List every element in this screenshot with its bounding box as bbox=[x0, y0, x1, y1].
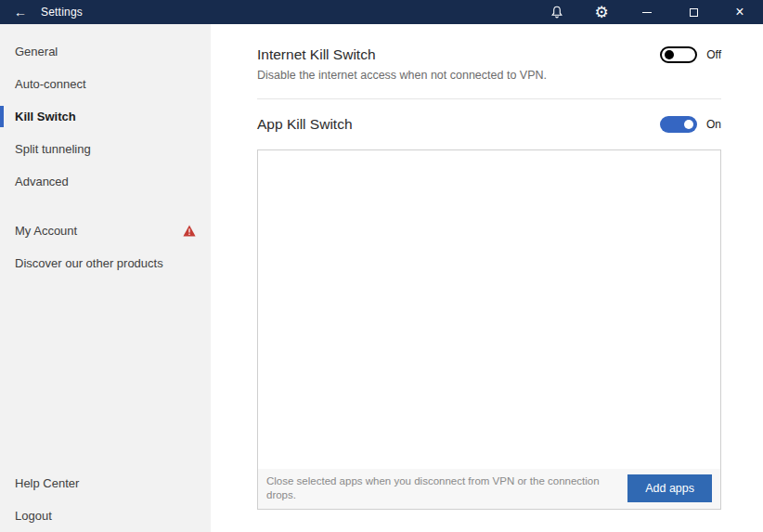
maximize-button[interactable] bbox=[670, 0, 717, 24]
sidebar-item-auto-connect[interactable]: Auto-connect bbox=[0, 68, 211, 100]
internet-kill-switch-toggle-group: Off bbox=[660, 46, 721, 63]
app-list-footer-text: Close selected apps when you disconnect … bbox=[266, 474, 624, 503]
settings-gear-button[interactable]: ⚙ bbox=[579, 0, 624, 24]
internet-kill-switch-row: Internet Kill Switch Off bbox=[257, 46, 721, 63]
app-kill-switch-state-label: On bbox=[706, 118, 721, 131]
internet-kill-switch-title: Internet Kill Switch bbox=[257, 46, 376, 63]
sidebar-spacer bbox=[0, 279, 211, 467]
sidebar-item-kill-switch[interactable]: Kill Switch bbox=[0, 100, 211, 133]
maximize-icon bbox=[690, 8, 698, 17]
minimize-button[interactable] bbox=[624, 0, 670, 24]
internet-kill-switch-state-label: Off bbox=[706, 48, 721, 61]
add-apps-button[interactable]: Add apps bbox=[627, 474, 712, 502]
sidebar-item-label: Discover our other products bbox=[15, 256, 163, 270]
gear-icon: ⚙ bbox=[594, 5, 608, 20]
sidebar-item-label: Logout bbox=[15, 509, 52, 523]
app-list-footer: Close selected apps when you disconnect … bbox=[258, 469, 720, 509]
sidebar-item-label: Advanced bbox=[15, 175, 69, 188]
app-kill-switch-toggle[interactable] bbox=[660, 116, 697, 133]
internet-kill-switch-description: Disable the internet access when not con… bbox=[257, 69, 721, 82]
toggle-knob bbox=[684, 120, 693, 129]
back-arrow-icon: ← bbox=[14, 5, 27, 19]
app-kill-switch-list: Close selected apps when you disconnect … bbox=[257, 149, 721, 510]
sidebar-item-discover[interactable]: Discover our other products bbox=[0, 247, 211, 279]
settings-sidebar: General Auto-connect Kill Switch Split t… bbox=[0, 24, 211, 532]
sidebar-item-split-tunneling[interactable]: Split tunneling bbox=[0, 133, 211, 165]
close-icon: × bbox=[735, 4, 744, 20]
app-kill-switch-title: App Kill Switch bbox=[257, 116, 353, 133]
titlebar: ← Settings ⚙ × bbox=[0, 0, 763, 24]
sidebar-item-my-account[interactable]: My Account bbox=[0, 214, 211, 247]
sidebar-item-label: Split tunneling bbox=[15, 142, 91, 156]
sidebar-item-label: General bbox=[15, 45, 58, 58]
sidebar-item-label: Help Center bbox=[15, 476, 79, 490]
sidebar-item-help-center[interactable]: Help Center bbox=[0, 467, 211, 500]
back-button[interactable]: ← bbox=[0, 0, 41, 24]
app-kill-switch-row: App Kill Switch On bbox=[257, 116, 721, 133]
sidebar-item-general[interactable]: General bbox=[0, 35, 211, 68]
bell-icon bbox=[550, 5, 564, 19]
sidebar-item-logout[interactable]: Logout bbox=[0, 500, 211, 532]
kill-switch-panel: Internet Kill Switch Off Disable the int… bbox=[211, 24, 763, 532]
selected-accent-bar bbox=[0, 106, 4, 127]
internet-kill-switch-toggle[interactable] bbox=[660, 46, 697, 63]
toggle-knob bbox=[665, 50, 674, 59]
sidebar-item-label: Auto-connect bbox=[15, 77, 86, 91]
sidebar-item-label: Kill Switch bbox=[15, 110, 76, 123]
notifications-button[interactable] bbox=[535, 0, 579, 24]
window-title: Settings bbox=[41, 6, 83, 19]
section-divider bbox=[257, 98, 721, 99]
app-kill-switch-toggle-group: On bbox=[660, 116, 721, 133]
minimize-icon bbox=[642, 12, 652, 13]
sidebar-item-label: My Account bbox=[15, 224, 77, 238]
close-button[interactable]: × bbox=[717, 0, 763, 24]
warning-triangle-icon bbox=[183, 225, 196, 237]
sidebar-item-advanced[interactable]: Advanced bbox=[0, 165, 211, 198]
